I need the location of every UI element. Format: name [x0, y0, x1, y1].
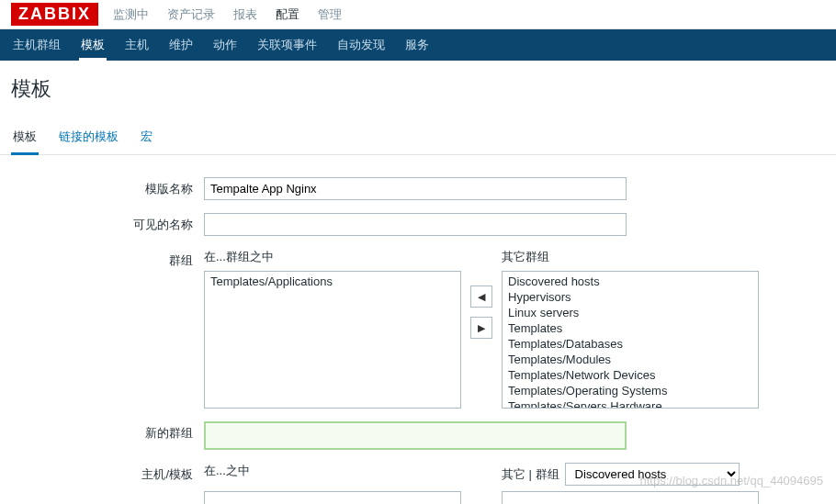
hosts-dual-list — [204, 491, 825, 504]
listbox-item[interactable]: Templates/Operating Systems — [504, 383, 756, 398]
listbox-item[interactable]: Discovered hosts — [504, 274, 756, 289]
top-menu-item[interactable]: 资产记录 — [167, 1, 215, 28]
template-name-input[interactable] — [204, 177, 627, 200]
in-hosts-listbox[interactable] — [204, 491, 461, 504]
sub-menu-item[interactable]: 维护 — [167, 29, 195, 61]
listbox-item[interactable]: Templates/Applications — [207, 274, 458, 289]
in-groups-header: 在...群组之中 — [204, 249, 461, 265]
new-group-input[interactable] — [204, 421, 627, 450]
host-group-select[interactable]: Discovered hosts — [565, 463, 740, 486]
triangle-left-icon: ◀ — [478, 291, 485, 303]
visible-name-input[interactable] — [204, 213, 627, 236]
groups-label: 群组 — [11, 249, 204, 269]
sub-menu-item[interactable]: 主机 — [123, 29, 151, 61]
tabs: 模板链接的模板宏 — [0, 121, 836, 155]
other-hosts-header: 其它 | 群组 — [502, 466, 559, 483]
template-form: 模版名称 可见的名称 群组 在...群组之中 Templates/Applica… — [0, 155, 836, 504]
other-groups-header: 其它群组 — [502, 249, 759, 265]
top-bar: ZABBIX 监测中资产记录报表配置管理 — [0, 0, 836, 29]
move-right-button[interactable]: ▶ — [470, 317, 492, 339]
listbox-item[interactable]: Linux servers — [504, 305, 756, 320]
tab[interactable]: 模板 — [11, 121, 39, 155]
template-name-label: 模版名称 — [11, 177, 204, 197]
sub-menu-item[interactable]: 自动发现 — [335, 29, 387, 61]
hosts-label: 主机/模板 — [11, 463, 204, 483]
listbox-item[interactable]: Templates/Modules — [504, 352, 756, 367]
top-menu-item[interactable]: 管理 — [318, 1, 342, 28]
listbox-item[interactable]: Templates — [504, 320, 756, 336]
sub-menu-item[interactable]: 主机群组 — [11, 29, 62, 61]
listbox-item[interactable]: Templates/Databases — [504, 336, 756, 352]
top-menu-item[interactable]: 配置 — [276, 1, 299, 28]
in-hosts-header: 在...之中 — [204, 464, 250, 477]
sub-menu-item[interactable]: 服务 — [403, 29, 431, 61]
groups-dual-list: 在...群组之中 Templates/Applications ◀ ▶ 其它群组… — [204, 249, 825, 409]
other-hosts-listbox[interactable] — [502, 491, 759, 504]
tab[interactable]: 链接的模板 — [57, 121, 120, 154]
sub-menu-item[interactable]: 模板 — [79, 29, 107, 61]
triangle-right-icon: ▶ — [478, 322, 485, 334]
listbox-item[interactable]: Templates/Network Devices — [504, 367, 756, 383]
move-left-button[interactable]: ◀ — [470, 286, 492, 308]
sub-menu-item[interactable]: 动作 — [211, 29, 239, 61]
other-groups-listbox[interactable]: Discovered hostsHypervisorsLinux servers… — [502, 271, 759, 409]
top-menu-item[interactable]: 监测中 — [113, 1, 149, 28]
in-groups-listbox[interactable]: Templates/Applications — [204, 271, 461, 409]
top-menu: 监测中资产记录报表配置管理 — [113, 1, 342, 28]
listbox-item[interactable]: Templates/Servers Hardware — [504, 398, 756, 409]
page-title: 模板 — [0, 61, 836, 121]
tab[interactable]: 宏 — [139, 121, 154, 154]
new-group-label: 新的群组 — [11, 421, 204, 442]
visible-name-label: 可见的名称 — [11, 213, 204, 233]
sub-bar: 主机群组模板主机维护动作关联项事件自动发现服务 — [0, 29, 836, 61]
listbox-item[interactable]: Hypervisors — [504, 289, 756, 305]
logo: ZABBIX — [11, 3, 98, 26]
top-menu-item[interactable]: 报表 — [233, 1, 257, 28]
